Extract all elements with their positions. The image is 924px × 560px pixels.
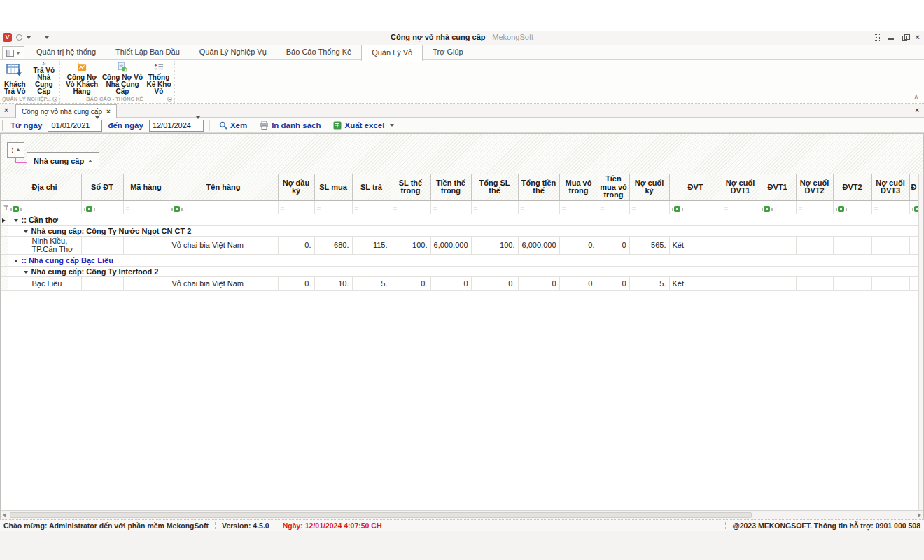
- print-list-button[interactable]: In danh sách: [260, 121, 321, 130]
- chevron-down-icon[interactable]: [196, 116, 200, 131]
- export-options-dropdown[interactable]: [386, 120, 397, 132]
- version-text: Version: 4.5.0: [222, 522, 270, 530]
- column-header[interactable]: Tổng SL thế: [471, 174, 518, 200]
- ribbon-tab-quan-ly-nghiep-vu[interactable]: Quản Lý Nghiệp Vụ: [190, 45, 276, 60]
- filter-cell[interactable]: =: [559, 200, 598, 214]
- to-date-value: 12/01/2024: [150, 121, 194, 130]
- khach-tra-vo-button[interactable]: Khách Trả Vỏ: [1, 61, 29, 95]
- cong-no-vo-khach-hang-button[interactable]: Công Nợ Vỏ Khách Hàng: [62, 61, 102, 95]
- export-excel-button[interactable]: Xuất excel: [333, 121, 384, 130]
- filter-cell[interactable]: =: [471, 200, 518, 214]
- row-indicator: [1, 254, 8, 266]
- table-row[interactable]: Ninh Kiều, TP.Cần Thơ Vỏ chai bia Việt N…: [1, 236, 920, 254]
- filter-cell[interactable]: [81, 200, 123, 214]
- close-tab-icon[interactable]: ×: [106, 108, 111, 115]
- tra-vo-nha-cung-cap-button[interactable]: Trả Vỏ Nhà Cung Cấp: [29, 61, 59, 95]
- text-filter-icon: [10, 206, 22, 212]
- text-filter-icon: [672, 206, 683, 212]
- filter-cell[interactable]: =: [391, 200, 430, 214]
- window-title: Công nợ vỏ nhà cung cấp - MekongSoft: [0, 33, 924, 41]
- column-header[interactable]: ĐVT2: [833, 174, 872, 200]
- svg-text:$: $: [124, 67, 127, 71]
- column-header[interactable]: SL thế trong: [391, 174, 430, 200]
- column-header[interactable]: Mua vỏ trong: [559, 174, 598, 200]
- filter-cell[interactable]: =: [518, 200, 559, 214]
- group-field-button-supplier[interactable]: Nhà cung cấp: [27, 152, 99, 169]
- column-header[interactable]: Địa chỉ: [8, 174, 81, 200]
- ribbon-tab-bao-cao-thong-ke[interactable]: Báo Cáo Thống Kê: [276, 45, 361, 60]
- close-all-documents-icon[interactable]: ×: [4, 106, 8, 114]
- from-date-input[interactable]: 01/01/2021: [48, 120, 102, 132]
- group-by-panel[interactable]: : Nhà cung cấp: [1, 134, 923, 174]
- vertical-scrollbar[interactable]: [918, 174, 923, 510]
- column-header[interactable]: ĐVT1: [759, 174, 796, 200]
- minimize-icon[interactable]: [888, 38, 894, 40]
- ribbon-tab-quan-tri-he-thong[interactable]: Quản trị hệ thống: [27, 45, 106, 60]
- close-icon[interactable]: ×: [916, 34, 920, 41]
- filter-cell[interactable]: =: [314, 200, 352, 214]
- collapse-icon[interactable]: [14, 219, 18, 222]
- thong-ke-kho-vo-button[interactable]: Thống Kê Kho Vỏ: [144, 61, 174, 95]
- toolbar-grip[interactable]: [2, 120, 4, 131]
- filter-cell[interactable]: =: [629, 200, 669, 214]
- filter-cell[interactable]: [669, 200, 722, 214]
- group-row-province[interactable]: :: Nhà cung cấp Bạc Liêu: [1, 254, 920, 266]
- ribbon-tab-quan-ly-vo[interactable]: Quản Lý Vỏ: [361, 45, 423, 61]
- document-tab-active[interactable]: Công nợ vỏ nhà cung cấp ×: [15, 104, 117, 118]
- column-header[interactable]: Nợ đầu kỳ: [278, 174, 314, 200]
- filter-cell[interactable]: =: [796, 200, 833, 214]
- column-header[interactable]: Nợ cuối DVT2: [796, 174, 833, 200]
- column-header[interactable]: Nợ cuối DVT1: [722, 174, 759, 200]
- group-row-province[interactable]: :: Cần thơ: [1, 214, 920, 225]
- horizontal-scrollbar[interactable]: [1, 510, 923, 519]
- cell-tong-tien-the: 0: [518, 276, 559, 290]
- column-header[interactable]: Nợ cuối DVT3: [872, 174, 909, 200]
- app-menu-button[interactable]: [2, 46, 24, 59]
- filter-cell[interactable]: =: [722, 200, 759, 214]
- column-header[interactable]: Tên hàng: [169, 174, 278, 200]
- column-header[interactable]: ĐVT: [669, 174, 722, 200]
- group-dialog-launcher-icon[interactable]: [167, 97, 172, 102]
- fit-window-icon[interactable]: [874, 34, 880, 41]
- filter-cell[interactable]: =: [872, 200, 909, 214]
- ribbon-tab-tro-giup[interactable]: Trợ Giúp: [423, 45, 472, 60]
- column-header[interactable]: Tiền mua vỏ trong: [598, 174, 629, 200]
- restore-icon[interactable]: [902, 36, 907, 41]
- view-button[interactable]: Xem: [219, 121, 247, 130]
- column-header[interactable]: SL trả: [352, 174, 391, 200]
- close-document-icon[interactable]: ×: [915, 106, 919, 114]
- filter-cell[interactable]: =: [430, 200, 471, 214]
- equals-filter-icon: =: [281, 204, 285, 212]
- scroll-left-icon[interactable]: [3, 513, 6, 517]
- table-row[interactable]: Bạc Liêu Vỏ chai bia Việt Nam 0. 10. 5. …: [1, 276, 920, 290]
- scroll-right-icon[interactable]: [918, 513, 921, 517]
- collapse-icon[interactable]: [24, 271, 28, 274]
- column-header[interactable]: Tiền thế trong: [430, 174, 471, 200]
- column-header[interactable]: Tổng tiền thế: [518, 174, 559, 200]
- group-row-supplier[interactable]: Nhà cung cấp: Công Ty Nước Ngọt CN CT 2: [1, 225, 920, 236]
- group-dialog-launcher-icon[interactable]: [52, 97, 57, 102]
- filter-cell[interactable]: =: [278, 200, 314, 214]
- filter-cell[interactable]: [169, 200, 278, 214]
- filter-cell[interactable]: =: [352, 200, 391, 214]
- filter-cell[interactable]: [759, 200, 796, 214]
- column-header[interactable]: SL mua: [314, 174, 352, 200]
- column-header[interactable]: Nợ cuối kỳ: [629, 174, 669, 200]
- ribbon-collapse-icon[interactable]: ∧: [913, 93, 918, 100]
- collapse-icon[interactable]: [14, 260, 18, 262]
- filter-cell[interactable]: [833, 200, 872, 214]
- collapse-icon[interactable]: [24, 230, 28, 233]
- filter-cell[interactable]: [8, 200, 81, 214]
- group-field-button-1[interactable]: :: [7, 142, 24, 158]
- to-date-input[interactable]: 12/01/2024: [149, 120, 204, 132]
- ribbon-tab-thiet-lap-ban-dau[interactable]: Thiết Lập Ban Đầu: [106, 45, 190, 60]
- cell-no-cuoi-ky: 5.: [629, 276, 669, 290]
- chevron-down-icon[interactable]: [95, 116, 99, 131]
- column-header[interactable]: Mã hàng: [123, 174, 169, 200]
- filter-cell[interactable]: =: [123, 200, 169, 214]
- scrollbar-thumb[interactable]: [10, 512, 752, 518]
- filter-cell[interactable]: =: [598, 200, 629, 214]
- group-row-supplier[interactable]: Nhà cung cấp: Công Ty Interfood 2: [1, 266, 920, 276]
- cong-no-vo-nha-cung-cap-button[interactable]: $ Công Nợ Vỏ Nhà Cung Cấp: [102, 61, 144, 95]
- column-header[interactable]: Số ĐT: [81, 174, 123, 200]
